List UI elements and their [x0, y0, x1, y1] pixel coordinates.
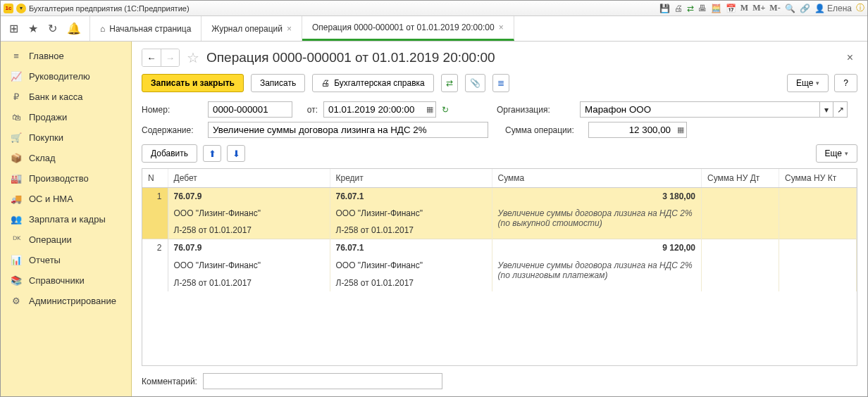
move-up-button[interactable]: ⬆	[203, 145, 221, 162]
cell-debit-sub1[interactable]: ООО "Лизинг-Финанс"	[168, 205, 330, 222]
sidebar-item-0[interactable]: ≡Главное	[1, 46, 131, 66]
add-row-button[interactable]: Добавить	[142, 144, 197, 163]
cell-credit-sub2[interactable]: Л-258 от 01.01.2017	[330, 275, 492, 292]
apps-icon[interactable]: ⊞	[9, 22, 18, 35]
nav-back-button[interactable]: ←	[142, 49, 161, 66]
document-close-icon[interactable]: ×	[847, 51, 857, 64]
sidebar-item-8[interactable]: 👥Зарплата и кадры	[1, 209, 131, 229]
calc-icon[interactable]: 🧮	[711, 4, 721, 13]
dt-kt-button[interactable]: ⇄	[441, 74, 458, 92]
organization-field[interactable]	[580, 101, 819, 118]
app-menu-dropdown-icon[interactable]: ▾	[16, 4, 26, 13]
cell-debit-acc[interactable]: 76.07.9	[168, 239, 330, 257]
sidebar-item-3[interactable]: 🛍Продажи	[1, 107, 131, 127]
content-field[interactable]	[208, 122, 488, 138]
info-icon[interactable]: ⓘ	[856, 2, 864, 14]
save-button[interactable]: Записать	[251, 74, 305, 92]
date-field[interactable]	[323, 101, 436, 118]
col-sum-nu-kt[interactable]: Сумма НУ Кт	[779, 169, 857, 188]
attach-button[interactable]: 📎	[465, 74, 485, 92]
sidebar-item-9[interactable]: ᴰᴷОперации	[1, 229, 131, 250]
sidebar-item-4[interactable]: 🛒Покупки	[1, 127, 131, 148]
favorite-star-icon[interactable]: ☆	[187, 49, 199, 66]
zoom-icon[interactable]: 🔍	[785, 4, 795, 13]
history-icon[interactable]: ↻	[48, 22, 57, 35]
more-button[interactable]: Еще	[787, 74, 829, 92]
sidebar-item-6[interactable]: 🏭Производство	[1, 168, 131, 189]
col-sum-nu-dt[interactable]: Сумма НУ Дт	[702, 169, 779, 188]
col-credit[interactable]: Кредит	[330, 169, 492, 188]
col-debit[interactable]: Дебет	[168, 169, 330, 188]
cell-debit-sub2[interactable]: Л-258 от 01.01.2017	[168, 222, 330, 239]
sidebar-icon: 🏭	[11, 173, 22, 184]
refresh-date-icon[interactable]: ↻	[442, 105, 449, 115]
operation-sum-field[interactable]	[588, 122, 687, 138]
organization-label: Организация:	[497, 105, 574, 115]
accounting-reference-button[interactable]: 🖨 Бухгалтерская справка	[312, 74, 434, 92]
favorite-icon[interactable]: ★	[28, 22, 38, 35]
table-row[interactable]: 276.07.976.07.19 120,00	[142, 239, 857, 257]
save-and-close-button[interactable]: Записать и закрыть	[142, 74, 244, 92]
tab-home[interactable]: ⌂ Начальная страница	[90, 16, 202, 41]
entries-grid[interactable]: N Дебет Кредит Сумма Сумма НУ Дт Сумма Н…	[142, 168, 857, 366]
print-icon[interactable]: 🖨	[674, 4, 683, 13]
sidebar-item-7[interactable]: 🚚ОС и НМА	[1, 189, 131, 209]
open-icon[interactable]: ↗	[833, 101, 848, 118]
table-row[interactable]: ООО "Лизинг-Финанс"ООО "Лизинг-Финанс"Ув…	[142, 205, 857, 222]
cell-nu-dt[interactable]	[702, 239, 779, 257]
comment-field[interactable]	[203, 373, 442, 389]
sidebar-item-11[interactable]: 📚Справочники	[1, 270, 131, 291]
cell-credit-sub1[interactable]: ООО "Лизинг-Финанс"	[330, 205, 492, 222]
tab-journal[interactable]: Журнал операций ×	[202, 16, 302, 41]
tab-close-icon[interactable]: ×	[499, 23, 504, 32]
number-field[interactable]	[208, 101, 292, 118]
print2-icon[interactable]: 🖶	[698, 4, 707, 13]
sidebar-item-10[interactable]: 📊Отчеты	[1, 250, 131, 270]
cell-nu-kt[interactable]	[779, 188, 857, 206]
cell-credit-acc[interactable]: 76.07.1	[330, 188, 492, 206]
table-row[interactable]: ООО "Лизинг-Финанс"ООО "Лизинг-Финанс"Ув…	[142, 257, 857, 275]
sidebar-item-label: Администрирование	[29, 296, 116, 306]
calendar-icon[interactable]: 📅	[726, 4, 736, 13]
move-down-button[interactable]: ⬇	[227, 145, 245, 162]
cell-credit-sub2[interactable]: Л-258 от 01.01.2017	[330, 222, 492, 239]
cell-desc: Увеличение суммы договора лизинга на НДС…	[492, 257, 702, 292]
cell-debit-sub1[interactable]: ООО "Лизинг-Финанс"	[168, 257, 330, 275]
tab-operation[interactable]: Операция 0000-000001 от 01.01.2019 20:00…	[302, 16, 514, 41]
link-icon[interactable]: 🔗	[800, 4, 810, 13]
user-label[interactable]: 👤 Елена	[814, 4, 852, 13]
tab-close-icon[interactable]: ×	[287, 24, 292, 34]
m-plus-button[interactable]: M+	[752, 3, 765, 13]
notifications-icon[interactable]: 🔔	[67, 22, 81, 35]
nav-sidebar: ≡Главное📈Руководителю₽Банк и касса🛍Прода…	[1, 42, 132, 396]
m-button[interactable]: M	[740, 3, 748, 13]
list-button[interactable]: ≣	[492, 74, 509, 92]
sidebar-item-label: ОС и НМА	[29, 194, 73, 204]
grid-more-button[interactable]: Еще	[816, 144, 857, 163]
sidebar-item-5[interactable]: 📦Склад	[1, 148, 131, 168]
col-n[interactable]: N	[142, 169, 168, 188]
cell-nu-dt[interactable]	[702, 188, 779, 206]
sidebar-item-12[interactable]: ⚙Администрирование	[1, 291, 131, 311]
sidebar-icon: 📚	[11, 275, 22, 286]
cell-sum[interactable]: 3 180,00	[492, 188, 702, 206]
help-button[interactable]: ?	[834, 74, 857, 92]
cell-nu-kt[interactable]	[779, 239, 857, 257]
cell-credit-sub1[interactable]: ООО "Лизинг-Финанс"	[330, 257, 492, 275]
sidebar-item-1[interactable]: 📈Руководителю	[1, 66, 131, 87]
table-row[interactable]: 176.07.976.07.13 180,00	[142, 188, 857, 206]
number-label: Номер:	[142, 105, 202, 115]
save-icon[interactable]: 💾	[659, 4, 670, 13]
cell-credit-acc[interactable]: 76.07.1	[330, 239, 492, 257]
cell-debit-sub2[interactable]: Л-258 от 01.01.2017	[168, 275, 330, 292]
cell-sum[interactable]: 9 120,00	[492, 239, 702, 257]
cell-debit-acc[interactable]: 76.07.9	[168, 188, 330, 206]
dropdown-icon[interactable]: ▾	[819, 101, 833, 118]
operation-sum-label: Сумма операции:	[505, 125, 583, 135]
compare-icon[interactable]: ⇄	[687, 4, 694, 13]
m-minus-button[interactable]: M-	[769, 3, 780, 13]
sidebar-item-2[interactable]: ₽Банк и касса	[1, 87, 131, 107]
col-sum[interactable]: Сумма	[492, 169, 702, 188]
date-from-label: от:	[298, 105, 318, 115]
memory-buttons: M M+ M-	[740, 3, 781, 13]
